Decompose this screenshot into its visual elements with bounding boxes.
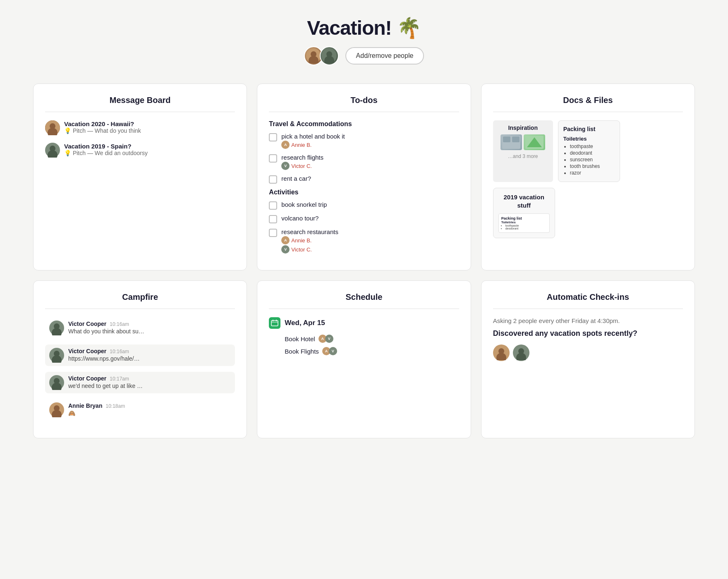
todo-section-travel: Travel & Accommodations (269, 120, 459, 128)
todo-checkbox-2[interactable] (269, 154, 277, 163)
folder-2019-mini: Packing list Toiletries toothpaste deodo… (498, 213, 550, 233)
chat-name-1: Victor Cooper (68, 321, 106, 327)
insp-thumb-1 (500, 134, 522, 150)
list-item: sunscreen (570, 157, 615, 163)
msg-subtitle-1: 💡 Pitch — What do you think (64, 127, 141, 134)
todo-mini-avatar-2: V (281, 162, 290, 170)
todo-item-5: volcano tour? (269, 215, 459, 223)
avatar-victor (320, 46, 339, 65)
list-item: toothpaste (570, 144, 615, 149)
todo-item-6: research restaurants A Annie B. V Victor… (269, 228, 459, 254)
checkin-avatar-annie (493, 345, 510, 361)
message-item-2[interactable]: Vacation 2019 - Spain? 💡 Pitch — We did … (45, 143, 235, 158)
msg-content-1: Vacation 2020 - Hawaii? 💡 Pitch — What d… (64, 120, 141, 134)
todo-mini-avatar-6a: A (281, 236, 290, 244)
chat-meta-4: Annie Bryan 10:18am (68, 402, 125, 409)
insp-thumb-2 (524, 134, 545, 150)
todo-text-6: research restaurants (281, 228, 338, 235)
chat-time-1: 10:16am (110, 321, 129, 327)
msg-title-2: Vacation 2019 - Spain? (64, 143, 148, 150)
chat-text-2: https://www.nps.gov/hale/… (68, 355, 140, 362)
todo-section-activities: Activities (269, 189, 459, 196)
todo-checkbox-5[interactable] (269, 215, 277, 223)
sched-avatar-1b: V (325, 335, 333, 343)
msg-subtitle-2: 💡 Pitch — We did an outdoorsy (64, 150, 148, 156)
chat-avatar-2 (49, 348, 64, 363)
todo-assignee-6b: V Victor C. (281, 245, 338, 254)
todo-assignee-2: V Victor C. (281, 162, 323, 170)
chat-time-4: 10:18am (105, 403, 125, 409)
svg-rect-14 (512, 136, 520, 142)
todos-title: To-dos (269, 96, 459, 105)
msg-avatar-1 (45, 120, 60, 135)
schedule-event-2[interactable]: Book Flights A V (285, 347, 459, 355)
chat-item-1[interactable]: Victor Cooper 10:16am What do you think … (45, 317, 235, 339)
schedule-event-name-1: Book Hotel (285, 335, 315, 342)
chat-item-4[interactable]: Annie Bryan 10:18am 🙈 (45, 399, 235, 421)
packing-list-card[interactable]: Packing list Toiletries toothpaste deodo… (558, 120, 620, 182)
add-people-button[interactable]: Add/remove people (345, 47, 424, 65)
chat-meta-1: Victor Cooper 10:16am (68, 321, 144, 327)
schedule-date: Wed, Apr 15 (269, 317, 459, 329)
chat-name-3: Victor Cooper (68, 375, 106, 382)
folder-2019-title: 2019 vacation stuff (498, 193, 550, 209)
schedule-avatars-2: A V (322, 347, 337, 355)
list-item: tooth brushes (570, 163, 615, 169)
todo-assignee-6: A Annie B. (281, 236, 338, 244)
chat-meta-3: Victor Cooper 10:17am (68, 375, 143, 382)
todo-mini-avatar-6b: V (281, 245, 290, 254)
schedule-event-1[interactable]: Book Hotel A V (285, 335, 459, 343)
docs-card: Docs & Files Inspiration (481, 84, 695, 270)
list-item: deodorant (505, 227, 547, 230)
msg-avatar-2 (45, 143, 60, 158)
todo-text-4: book snorkel trip (281, 201, 327, 208)
todo-assignee-name-6: Annie B. (291, 237, 311, 244)
folder-2019-card[interactable]: 2019 vacation stuff Packing list Toiletr… (493, 188, 555, 238)
svg-rect-13 (503, 136, 510, 142)
inspiration-title: Inspiration (497, 124, 549, 131)
todo-checkbox-3[interactable] (269, 175, 277, 184)
message-board-title: Message Board (45, 96, 235, 105)
inspiration-thumbs (497, 134, 549, 150)
inspiration-doc-card[interactable]: Inspiration (493, 120, 553, 182)
packing-list-items: toothpaste deodorant sunscreen tooth bru… (563, 144, 615, 176)
checkin-question: Discovered any vacation spots recently? (493, 328, 683, 339)
sched-avatar-2b: V (329, 347, 337, 355)
chat-item-3[interactable]: Victor Cooper 10:17am we'd need to get u… (45, 372, 235, 393)
todo-checkbox-1[interactable] (269, 133, 277, 141)
folder-2019-mini-title: Packing list (501, 216, 547, 220)
todo-checkbox-4[interactable] (269, 201, 277, 210)
svg-rect-29 (271, 321, 278, 326)
page-title: Vacation! 🌴 (0, 17, 728, 40)
todo-item-3: rent a car? (269, 175, 459, 184)
message-item-1[interactable]: Vacation 2020 - Hawaii? 💡 Pitch — What d… (45, 120, 235, 135)
docs-row-2: 2019 vacation stuff Packing list Toiletr… (493, 188, 683, 238)
todo-assignee-name-2: Victor C. (291, 163, 312, 169)
campfire-title: Campfire (45, 292, 235, 302)
schedule-avatars-1: A V (318, 335, 333, 343)
chat-item-2[interactable]: Victor Cooper 10:16am https://www.nps.go… (45, 345, 235, 366)
docs-row-1: Inspiration (493, 120, 683, 182)
schedule-title: Schedule (269, 292, 459, 302)
todo-assignee-name-1: Annie B. (291, 142, 311, 148)
checkins-title: Automatic Check-ins (493, 292, 683, 302)
calendar-icon (269, 317, 280, 329)
chat-name-4: Annie Bryan (68, 402, 102, 409)
schedule-event-name-2: Book Flights (285, 348, 319, 355)
docs-title: Docs & Files (493, 96, 683, 105)
page-header: Vacation! 🌴 Add/remove people (0, 0, 728, 74)
packing-list-subtitle: Toiletries (563, 136, 615, 142)
folder-2019-mini-list: toothpaste deodorant (501, 224, 547, 230)
todo-item-1: pick a hotel and book it A Annie B. (269, 133, 459, 149)
todo-text-3: rent a car? (281, 175, 311, 182)
message-board-card: Message Board Vacation 2020 - Hawaii? 💡 … (33, 84, 247, 270)
packing-list-title: Packing list (563, 126, 615, 132)
chat-time-3: 10:17am (110, 376, 129, 382)
todo-text-5: volcano tour? (281, 215, 318, 222)
checkin-avatars (493, 345, 683, 361)
list-item: deodorant (570, 150, 615, 156)
todo-item-2: research flights V Victor C. (269, 154, 459, 170)
todo-text-1: pick a hotel and book it (281, 133, 345, 140)
todo-checkbox-6[interactable] (269, 229, 277, 237)
schedule-date-label: Wed, Apr 15 (285, 319, 325, 327)
